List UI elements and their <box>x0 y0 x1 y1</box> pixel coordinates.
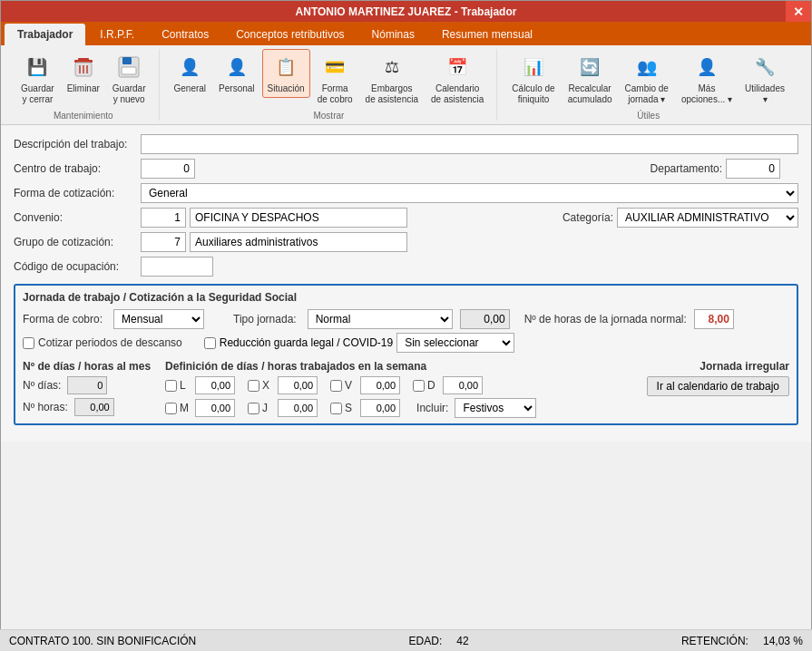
personal-button[interactable]: 👤 Personal <box>213 49 259 98</box>
tab-nominas[interactable]: Nóminas <box>359 24 427 45</box>
def-dias-row1: L X V D <box>165 376 536 394</box>
day-m-input[interactable] <box>195 399 235 417</box>
reduccion-checkbox[interactable] <box>204 337 216 349</box>
eliminar-button[interactable]: Eliminar <box>62 49 105 98</box>
day-s-input[interactable] <box>360 399 400 417</box>
forma-cobro-button[interactable]: 💳 Formade cobro <box>312 49 358 109</box>
forma-cobro-icon: 💳 <box>320 53 349 82</box>
guardar-cerrar-button[interactable]: 💾 Guardary cerrar <box>15 49 60 109</box>
embargos-icon: ⚖ <box>377 53 406 82</box>
forma-cotizacion-row: Forma de cotización: General <box>14 183 798 203</box>
num-horas-label: Nº horas: <box>23 401 68 413</box>
forma-cotizacion-select[interactable]: General <box>141 183 798 203</box>
num-dias-title: Nº de días / horas al mes <box>23 360 151 373</box>
categoria-select[interactable]: AUXILIAR ADMINISTRATIVO <box>617 208 798 228</box>
codigo-label: Código de ocupación: <box>14 260 141 273</box>
day-d-input[interactable] <box>443 376 483 394</box>
tab-trabajador[interactable]: Trabajador <box>5 24 85 45</box>
cotizar-row: Cotizar periodos de descanso Reducción g… <box>23 333 789 353</box>
svg-rect-8 <box>122 67 136 74</box>
incluir-select[interactable]: Festivos <box>455 398 536 418</box>
calendario-icon: 📅 <box>443 53 472 82</box>
tab-resumen[interactable]: Resumen mensual <box>429 24 545 45</box>
jornada-irregular-col: Jornada irregular Ir al calendario de tr… <box>551 360 789 418</box>
day-m-checkbox[interactable] <box>165 403 177 414</box>
day-x-checkbox[interactable] <box>248 380 259 392</box>
day-v-input[interactable] <box>360 376 400 394</box>
day-d-checkbox[interactable] <box>413 380 425 392</box>
save-new-icon <box>114 53 143 82</box>
day-j-input[interactable] <box>278 399 318 417</box>
convenio-text-input[interactable] <box>190 208 407 228</box>
cambio-jornada-icon: 👥 <box>632 53 661 82</box>
horas-normal-input[interactable] <box>694 309 734 329</box>
days-section: Nº de días / horas al mes Nº días: Nº ho… <box>23 360 789 418</box>
mas-opciones-icon: 👤 <box>692 53 721 82</box>
utilidades-icon: 🔧 <box>750 53 779 82</box>
save-close-icon: 💾 <box>23 53 52 82</box>
calendario-trabajo-button[interactable]: Ir al calendario de trabajo <box>647 376 789 396</box>
day-v-checkbox[interactable] <box>330 380 342 392</box>
reduccion-select[interactable]: Sin seleccionar <box>396 333 514 353</box>
day-j-checkbox[interactable] <box>248 403 259 414</box>
tab-contratos[interactable]: Contratos <box>149 24 221 45</box>
cotizar-checkbox[interactable] <box>23 337 34 349</box>
status-bar: CONTRATO 100. SIN BONIFICACIÓN EDAD: 42 … <box>0 629 812 651</box>
horas-label: Nº de horas de la jornada normal: <box>524 313 687 326</box>
embargos-button[interactable]: ⚖ Embargosde asistencia <box>360 49 424 109</box>
jornada-irregular-title: Jornada irregular <box>699 360 789 373</box>
forma-cobro-label: Forma de cobro: <box>23 313 103 326</box>
def-dias-title: Definición de días / horas trabajados en… <box>165 360 536 373</box>
jornada-row1: Forma de cobro: Mensual Tipo jornada: No… <box>23 309 789 329</box>
cambio-jornada-button[interactable]: 👥 Cambio dejornada ▾ <box>620 49 674 109</box>
ribbon-group-label-mostrar: Mostrar <box>313 111 344 121</box>
tab-conceptos[interactable]: Conceptos retributivos <box>223 24 357 45</box>
tipo-jornada-num-input[interactable] <box>460 309 510 329</box>
grupo-text-input[interactable] <box>190 232 407 252</box>
day-s-checkbox[interactable] <box>330 403 342 414</box>
ribbon-group-utiles: 📊 Cálculo definiquito 🔄 Recalcularacumul… <box>499 49 797 121</box>
ribbon: 💾 Guardary cerrar Eliminar <box>1 45 811 125</box>
tipo-jornada-label: Tipo jornada: <box>233 313 297 326</box>
num-dias-col: Nº de días / horas al mes Nº días: Nº ho… <box>23 360 151 418</box>
edad-label: EDAD: <box>409 635 443 647</box>
forma-cotizacion-label: Forma de cotización: <box>14 187 141 199</box>
calendario-button[interactable]: 📅 Calendariode asistencia <box>426 49 489 109</box>
svg-rect-7 <box>122 57 132 64</box>
guardar-nuevo-button[interactable]: Guardary nuevo <box>107 49 152 109</box>
def-dias-row2: M J S Incluir: Festivos <box>165 398 536 418</box>
num-dias-input[interactable] <box>67 376 107 394</box>
centro-row: Centro de trabajo: Departamento: <box>14 159 798 179</box>
close-button[interactable]: ✕ <box>786 1 811 22</box>
ribbon-group-label-utiles: Útiles <box>637 111 660 121</box>
grupo-num-input[interactable] <box>141 232 186 252</box>
window-title: ANTONIO MARTINEZ JUAREZ - Trabajador <box>296 5 517 18</box>
general-button[interactable]: 👤 General <box>169 49 212 98</box>
tipo-jornada-select[interactable]: Normal <box>308 309 453 329</box>
recalcular-button[interactable]: 🔄 Recalcularacumulado <box>563 49 618 109</box>
svg-rect-1 <box>78 58 89 61</box>
day-x-input[interactable] <box>278 376 318 394</box>
finiquito-button[interactable]: 📊 Cálculo definiquito <box>506 49 560 109</box>
num-horas-input[interactable] <box>74 398 114 416</box>
mas-opciones-button[interactable]: 👤 Másopciones... ▾ <box>676 49 738 109</box>
day-l-input[interactable] <box>195 376 235 394</box>
departamento-input[interactable] <box>726 159 780 179</box>
situacion-icon: 📋 <box>271 53 300 82</box>
descripcion-input[interactable] <box>141 134 798 154</box>
grupo-label: Grupo de cotización: <box>14 236 141 248</box>
recalcular-icon: 🔄 <box>575 53 604 82</box>
ribbon-group-mantenimiento: 💾 Guardary cerrar Eliminar <box>8 49 160 121</box>
codigo-row: Código de ocupación: <box>14 257 798 277</box>
utilidades-button[interactable]: 🔧 Utilidades▾ <box>739 49 790 109</box>
codigo-input[interactable] <box>141 257 213 277</box>
situacion-button[interactable]: 📋 Situación <box>262 49 310 98</box>
forma-cobro-select[interactable]: Mensual <box>113 309 204 329</box>
reduccion-row: Reducción guarda legal / COVID-19 Sin se… <box>204 333 514 353</box>
day-l-checkbox[interactable] <box>165 380 177 392</box>
tab-irpf[interactable]: I.R.P.F. <box>87 24 147 45</box>
convenio-num-input[interactable] <box>141 208 186 228</box>
main-content: Descripción del trabajo: Centro de traba… <box>1 125 811 442</box>
centro-input[interactable] <box>141 159 195 179</box>
convenio-label: Convenio: <box>14 211 141 224</box>
